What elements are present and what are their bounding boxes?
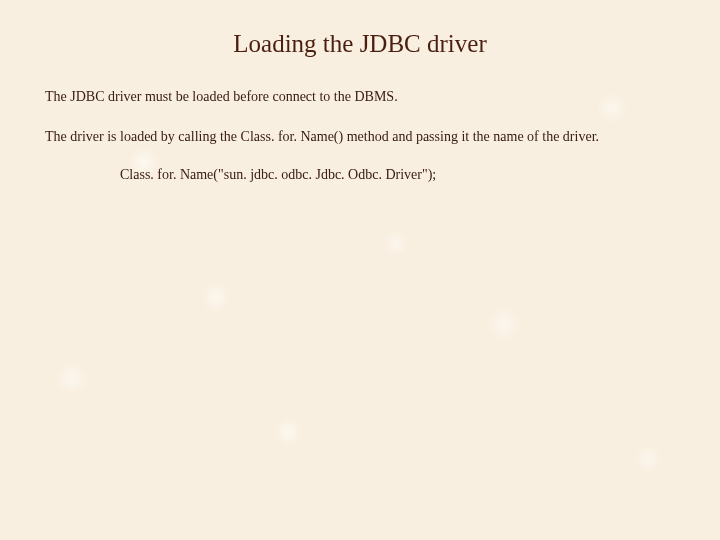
slide-title: Loading the JDBC driver [45, 30, 675, 58]
slide-container: Loading the JDBC driver The JDBC driver … [0, 0, 720, 213]
code-example: Class. for. Name("sun. jdbc. odbc. Jdbc.… [120, 167, 675, 183]
paragraph-1: The JDBC driver must be loaded before co… [45, 86, 675, 108]
paragraph-2: The driver is loaded by calling the Clas… [45, 126, 675, 148]
